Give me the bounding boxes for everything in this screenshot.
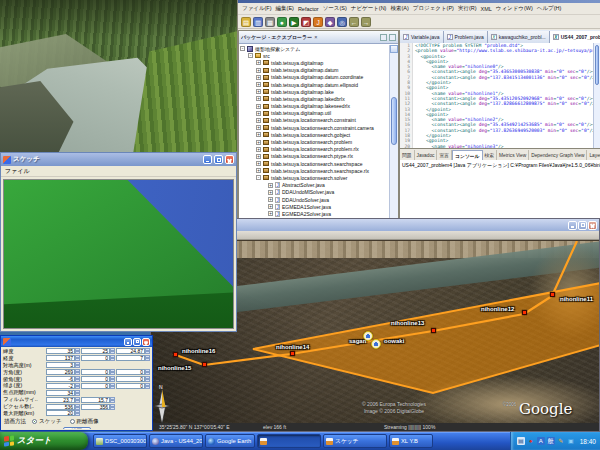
spinner[interactable] bbox=[145, 376, 150, 382]
expand-icon[interactable]: + bbox=[256, 132, 261, 137]
console-tab[interactable]: Metrics View bbox=[497, 150, 529, 160]
ant-icon[interactable]: ◆ bbox=[325, 17, 335, 27]
explorer-tab[interactable]: パッケージ・エクスプローラー bbox=[241, 34, 312, 40]
spinner[interactable] bbox=[110, 376, 115, 382]
spinner[interactable] bbox=[75, 355, 80, 361]
expand-icon[interactable]: + bbox=[268, 211, 273, 216]
expand-icon[interactable]: + bbox=[256, 168, 261, 173]
expand-icon[interactable]: + bbox=[256, 111, 261, 116]
value-field[interactable]: 35 bbox=[46, 348, 80, 354]
value-field[interactable]: 0 bbox=[116, 383, 150, 389]
tree-package[interactable]: + tslab.tetsuya.locationsearch.gobject bbox=[240, 131, 388, 138]
scrollbar-thumb[interactable] bbox=[595, 45, 599, 85]
minimize-button[interactable] bbox=[203, 155, 212, 164]
run-icon[interactable]: ▶ bbox=[289, 17, 299, 27]
maximize-button[interactable] bbox=[578, 221, 587, 230]
new-wizard-icon[interactable]: ▤ bbox=[241, 17, 251, 27]
tree-class[interactable]: + J DDAUndoSolver.java bbox=[240, 196, 388, 203]
menu-item[interactable]: ウィンドウ(W) bbox=[494, 5, 535, 12]
maximize-button[interactable] bbox=[214, 155, 223, 164]
console-tab[interactable]: 検索 bbox=[483, 150, 498, 160]
menu-item[interactable]: プロジェクト(P) bbox=[411, 5, 456, 12]
radio-option[interactable]: 距離画像 bbox=[70, 418, 99, 425]
editor-scrollbar[interactable] bbox=[593, 43, 600, 148]
expand-icon[interactable]: + bbox=[256, 96, 261, 101]
minimize-button[interactable] bbox=[568, 221, 577, 230]
close-button[interactable] bbox=[142, 338, 150, 346]
keyboard-icon[interactable]: ▤ bbox=[517, 437, 525, 445]
value-field[interactable]: 0 bbox=[116, 376, 150, 382]
radio-option[interactable]: スケッチ bbox=[32, 418, 62, 425]
value-field[interactable]: 23.7 bbox=[46, 397, 80, 403]
spinner[interactable] bbox=[145, 355, 150, 361]
spinner[interactable] bbox=[110, 348, 115, 354]
spinner[interactable] bbox=[75, 390, 80, 396]
spinner[interactable] bbox=[110, 383, 115, 389]
expand-icon[interactable]: + bbox=[256, 118, 261, 123]
menu-item[interactable]: XML bbox=[479, 6, 494, 12]
spinner[interactable] bbox=[110, 397, 115, 403]
spinner[interactable] bbox=[110, 404, 115, 410]
spinner[interactable] bbox=[75, 348, 80, 354]
menu-item[interactable]: ファイル(F) bbox=[240, 5, 274, 12]
menu-item[interactable]: ナビゲート(N) bbox=[349, 5, 389, 12]
spinner[interactable] bbox=[75, 410, 80, 416]
tree-class[interactable]: + J EGMEDA2Solver.java bbox=[240, 210, 388, 217]
taskbar-button[interactable]: Java - US44_2007_pr... bbox=[149, 434, 203, 448]
maximize-view-icon[interactable] bbox=[389, 34, 396, 41]
tree-package[interactable]: + tslab.tetsuya.locationsearch.constrain… bbox=[240, 124, 388, 131]
value-field[interactable]: 356 bbox=[81, 404, 115, 410]
expand-icon[interactable]: + bbox=[256, 68, 261, 73]
tree-package[interactable]: + tslab.tetsuya.locationsearch.ptype.rlx bbox=[240, 153, 388, 160]
close-button[interactable] bbox=[225, 155, 234, 164]
sketch-titlebar[interactable]: スケッチ bbox=[1, 153, 236, 166]
tree-class[interactable]: + J EGMEDA1Solver.java bbox=[240, 203, 388, 210]
start-button[interactable]: スタート bbox=[0, 432, 88, 450]
expand-icon[interactable]: - bbox=[256, 175, 261, 180]
tree-package[interactable]: + tslab.tetsuya.digitalmap bbox=[240, 59, 388, 66]
menu-item[interactable]: Refactor bbox=[296, 6, 321, 12]
value-field[interactable]: 25 bbox=[81, 348, 115, 354]
save-icon[interactable]: ▥ bbox=[253, 17, 263, 27]
expand-icon[interactable]: + bbox=[256, 161, 261, 166]
spinner[interactable] bbox=[145, 348, 150, 354]
tree-class[interactable]: + J DDAUndoMlSolver.java bbox=[240, 189, 388, 196]
menu-item[interactable]: ソース(S) bbox=[321, 5, 349, 12]
spinner[interactable] bbox=[75, 362, 80, 368]
scrollbar-thumb[interactable] bbox=[391, 97, 397, 145]
tree-package[interactable]: + tslab.tetsuya.digitalmap.datum.coordin… bbox=[240, 74, 388, 81]
taskbar-button[interactable]: XL Y.B bbox=[389, 434, 433, 448]
back-icon[interactable]: ← bbox=[349, 17, 359, 27]
placemark-marker[interactable] bbox=[522, 310, 527, 315]
spinner[interactable] bbox=[75, 376, 80, 382]
value-field[interactable]: 0 bbox=[81, 355, 115, 361]
spinner[interactable] bbox=[145, 369, 150, 375]
expand-icon[interactable]: + bbox=[256, 104, 261, 109]
compass-icon[interactable]: N bbox=[153, 385, 171, 423]
value-field[interactable]: 34 bbox=[46, 390, 80, 396]
placemark-marker[interactable] bbox=[431, 328, 436, 333]
console-tab[interactable]: Javadoc bbox=[415, 150, 438, 160]
forward-icon[interactable]: → bbox=[361, 17, 371, 27]
tree-package[interactable]: + tslab.tetsuya.digitalmap.lakeseedrlx bbox=[240, 103, 388, 110]
value-field[interactable]: -2 bbox=[46, 383, 80, 389]
console-tab[interactable]: 問題 bbox=[400, 150, 415, 160]
value-field[interactable]: 269 bbox=[46, 369, 80, 375]
spinner[interactable] bbox=[110, 355, 115, 361]
value-field[interactable]: 3 bbox=[46, 362, 80, 368]
menu-item[interactable]: 実行(R) bbox=[456, 5, 479, 12]
tree-package[interactable]: + tslab.tetsuya.digitalmap.util bbox=[240, 110, 388, 117]
monitor-icon[interactable]: ▣ bbox=[567, 437, 575, 445]
tree-package[interactable]: - tslab.tetsuya.locationsearch.solver bbox=[240, 174, 388, 181]
menu-item[interactable]: 編集(E) bbox=[274, 5, 296, 12]
draw-button[interactable]: 描画 bbox=[63, 427, 91, 429]
expand-icon[interactable]: + bbox=[256, 147, 261, 152]
java-app-icon[interactable]: J bbox=[313, 17, 323, 27]
expand-icon[interactable]: + bbox=[256, 60, 261, 65]
sketch-canvas[interactable] bbox=[3, 179, 234, 329]
value-field[interactable]: 0 bbox=[81, 376, 115, 382]
expand-icon[interactable]: + bbox=[268, 204, 273, 209]
value-field[interactable]: 20 bbox=[46, 410, 80, 416]
value-field[interactable]: -6 bbox=[46, 376, 80, 382]
expand-icon[interactable]: + bbox=[256, 89, 261, 94]
